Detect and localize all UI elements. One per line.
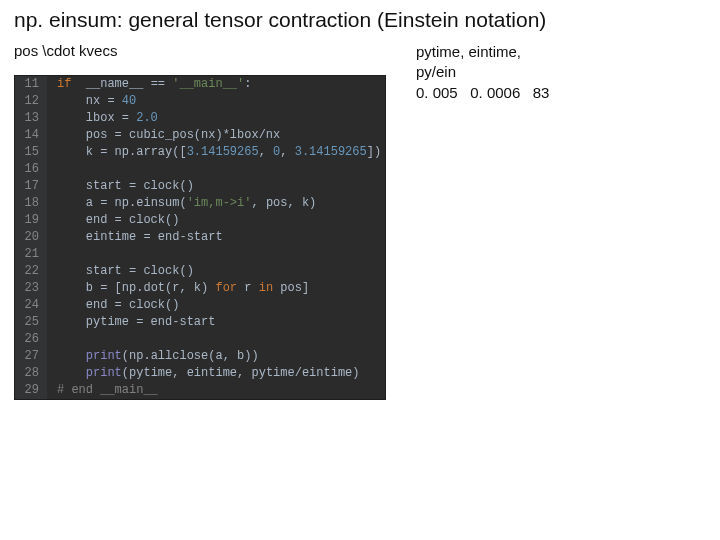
line-number: 24 [15,297,47,314]
code-source: nx = 40 [47,93,381,110]
code-line: 24 end = clock() [15,297,381,314]
code-source: start = clock() [47,263,381,280]
code-line: 14 pos = cubic_pos(nx)*lbox/nx [15,127,381,144]
line-number: 22 [15,263,47,280]
left-subheading: pos \cdot kvecs [14,42,386,59]
right-column: pytime, eintime, py/ein 0. 005 0. 0006 8… [416,42,706,103]
code-line: 19 end = clock() [15,212,381,229]
code-line: 28 print(pytime, eintime, pytime/eintime… [15,365,381,382]
code-source: if __name__ == '__main__': [47,76,381,93]
code-source: end = clock() [47,212,381,229]
line-number: 20 [15,229,47,246]
code-source: start = clock() [47,178,381,195]
code-table: 11if __name__ == '__main__':12 nx = 4013… [15,76,381,399]
code-line: 13 lbox = 2.0 [15,110,381,127]
slide: np. einsum: general tensor contraction (… [0,0,720,540]
slide-title: np. einsum: general tensor contraction (… [14,8,706,32]
line-number: 16 [15,161,47,178]
code-line: 23 b = [np.dot(r, k) for r in pos] [15,280,381,297]
code-source: a = np.einsum('im,m->i', pos, k) [47,195,381,212]
line-number: 25 [15,314,47,331]
line-number: 13 [15,110,47,127]
timing-header: pytime, eintime, py/ein [416,42,706,83]
line-number: 27 [15,348,47,365]
line-number: 15 [15,144,47,161]
code-line: 17 start = clock() [15,178,381,195]
code-source: pytime = end-start [47,314,381,331]
code-line: 12 nx = 40 [15,93,381,110]
code-line: 11if __name__ == '__main__': [15,76,381,93]
code-block: 11if __name__ == '__main__':12 nx = 4013… [14,75,386,400]
code-source: end = clock() [47,297,381,314]
code-source [47,331,381,348]
timing-values: 0. 005 0. 0006 83 [416,83,706,103]
line-number: 12 [15,93,47,110]
code-source: eintime = end-start [47,229,381,246]
line-number: 17 [15,178,47,195]
code-source: # end __main__ [47,382,381,399]
line-number: 21 [15,246,47,263]
code-line: 22 start = clock() [15,263,381,280]
code-line: 20 eintime = end-start [15,229,381,246]
code-source: print(pytime, eintime, pytime/eintime) [47,365,381,382]
code-source: pos = cubic_pos(nx)*lbox/nx [47,127,381,144]
line-number: 23 [15,280,47,297]
code-source: b = [np.dot(r, k) for r in pos] [47,280,381,297]
code-source: k = np.array([3.14159265, 0, 3.14159265]… [47,144,381,161]
code-line: 25 pytime = end-start [15,314,381,331]
code-line: 16 [15,161,381,178]
code-line: 27 print(np.allclose(a, b)) [15,348,381,365]
code-source: print(np.allclose(a, b)) [47,348,381,365]
code-source [47,161,381,178]
columns: pos \cdot kvecs 11if __name__ == '__main… [14,42,706,400]
code-line: 26 [15,331,381,348]
left-column: pos \cdot kvecs 11if __name__ == '__main… [14,42,386,400]
line-number: 14 [15,127,47,144]
line-number: 18 [15,195,47,212]
line-number: 19 [15,212,47,229]
code-line: 29# end __main__ [15,382,381,399]
line-number: 28 [15,365,47,382]
line-number: 11 [15,76,47,93]
code-source: lbox = 2.0 [47,110,381,127]
code-line: 15 k = np.array([3.14159265, 0, 3.141592… [15,144,381,161]
line-number: 26 [15,331,47,348]
code-source [47,246,381,263]
code-line: 18 a = np.einsum('im,m->i', pos, k) [15,195,381,212]
code-line: 21 [15,246,381,263]
line-number: 29 [15,382,47,399]
